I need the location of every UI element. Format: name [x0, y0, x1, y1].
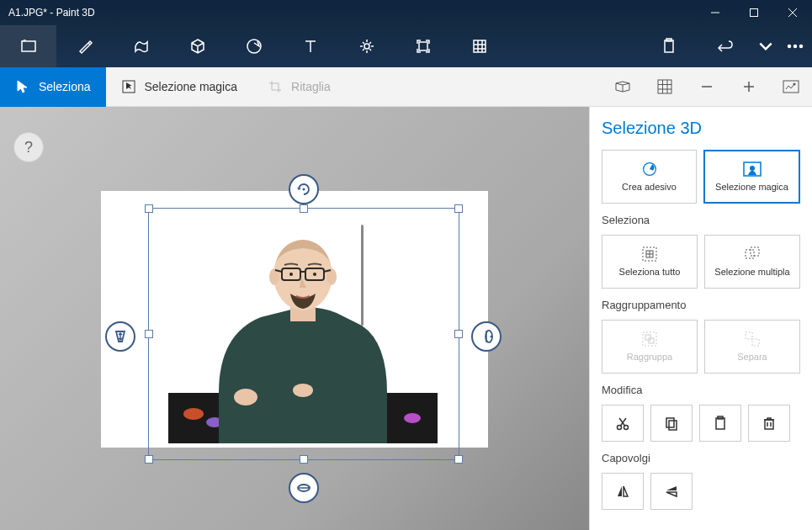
flip-section-label: Capovolgi [602, 452, 800, 464]
svg-rect-9 [665, 40, 673, 52]
svg-point-13 [800, 45, 803, 48]
stickers-tool[interactable] [226, 25, 282, 67]
crop-label: Ritaglia [291, 80, 331, 93]
svg-point-12 [794, 45, 797, 48]
select-all-button[interactable]: Seleziona tutto [602, 235, 698, 289]
group-section-label: Raggruppamento [602, 299, 800, 311]
grid-button[interactable] [644, 67, 686, 107]
flip-horizontal-button[interactable] [602, 473, 644, 510]
select-label: Seleziona [39, 80, 91, 93]
canvas-area[interactable]: ? [0, 107, 589, 530]
svg-rect-15 [658, 80, 671, 93]
ungroup-button: Separa [704, 320, 800, 374]
minimize-button[interactable] [696, 0, 735, 25]
svg-rect-8 [474, 40, 486, 52]
resize-handle-br[interactable] [454, 455, 463, 464]
crop-button: Ritaglia [252, 67, 346, 107]
menu-button[interactable] [0, 25, 56, 67]
3d-shapes-tool[interactable] [169, 25, 226, 67]
delete-button[interactable] [748, 405, 790, 442]
more-button[interactable] [778, 25, 812, 67]
magic-select-panel-button[interactable]: Selezione magica [703, 150, 800, 204]
svg-rect-66 [765, 420, 773, 429]
create-sticker-button[interactable]: Crea adesivo [602, 150, 697, 204]
resize-handle-ml[interactable] [145, 330, 153, 338]
svg-rect-1 [751, 9, 758, 17]
help-button[interactable]: ? [13, 132, 44, 162]
svg-rect-55 [643, 332, 656, 346]
undo-button[interactable] [697, 25, 753, 67]
svg-rect-63 [669, 421, 677, 430]
titlebar: A1.JPG* - Paint 3D [0, 0, 812, 25]
svg-rect-62 [666, 418, 674, 427]
rotate-x-handle[interactable] [289, 473, 319, 503]
panel-title: Selezione 3D [602, 119, 800, 138]
select-button[interactable]: Seleziona [0, 67, 106, 107]
copy-button[interactable] [650, 405, 693, 442]
window-title: A1.JPG* - Paint 3D [8, 7, 95, 19]
resize-handle-bm[interactable] [300, 455, 308, 464]
svg-point-44 [303, 188, 305, 191]
2d-shapes-tool[interactable] [113, 25, 169, 67]
svg-point-50 [750, 166, 755, 171]
text-tool[interactable] [282, 25, 338, 67]
fit-screen-button[interactable] [770, 67, 812, 107]
svg-rect-4 [22, 41, 35, 51]
svg-point-61 [624, 426, 629, 430]
rotate-y-handle[interactable] [471, 321, 502, 352]
svg-rect-64 [716, 418, 724, 429]
svg-rect-58 [746, 332, 752, 339]
multi-select-button[interactable]: Selezione multipla [704, 235, 800, 289]
effects-tool[interactable] [338, 25, 395, 67]
svg-rect-7 [419, 42, 427, 50]
resize-handle-tr[interactable] [454, 204, 463, 213]
resize-handle-tm[interactable] [300, 204, 308, 213]
close-button[interactable] [773, 0, 812, 25]
svg-point-20 [793, 83, 796, 86]
svg-rect-57 [649, 338, 654, 343]
side-panel: Selezione 3D Crea adesivo Selezione magi… [589, 107, 812, 530]
svg-point-11 [788, 45, 791, 48]
paste-panel-button[interactable] [699, 405, 741, 442]
edit-section-label: Modifica [602, 384, 800, 396]
undo-dropdown[interactable] [753, 25, 778, 67]
svg-rect-19 [783, 81, 799, 93]
depth-handle[interactable] [105, 321, 135, 352]
magic-select-label: Selezione magica [145, 80, 238, 93]
resize-handle-mr[interactable] [454, 330, 463, 338]
brushes-tool[interactable] [56, 25, 113, 67]
select-section-label: Seleziona [602, 214, 800, 226]
svg-rect-53 [746, 250, 754, 258]
svg-point-6 [364, 44, 369, 49]
zoom-in-button[interactable] [728, 67, 770, 107]
resize-handle-tl[interactable] [145, 204, 153, 213]
resize-handle-bl[interactable] [145, 455, 153, 464]
zoom-out-button[interactable] [686, 67, 728, 107]
canvas-tool[interactable] [395, 25, 451, 67]
svg-rect-54 [751, 247, 759, 256]
3d-library-tool[interactable] [451, 25, 507, 67]
flip-vertical-button[interactable] [650, 473, 693, 510]
scrollbar[interactable] [361, 225, 364, 326]
svg-rect-59 [752, 339, 759, 346]
view-3d-button[interactable] [602, 67, 644, 107]
main-toolbar [0, 25, 812, 67]
magic-select-button[interactable]: Selezione magica [106, 67, 253, 107]
maximize-button[interactable] [735, 0, 773, 25]
svg-rect-56 [645, 335, 650, 340]
paste-button[interactable] [640, 25, 697, 67]
cut-button[interactable] [602, 405, 644, 442]
rotate-z-handle[interactable] [289, 174, 319, 204]
selection-box[interactable] [148, 208, 459, 460]
svg-point-60 [618, 426, 622, 430]
group-button: Raggruppa [602, 320, 698, 374]
selection-toolbar: Seleziona Selezione magica Ritaglia [0, 67, 812, 107]
